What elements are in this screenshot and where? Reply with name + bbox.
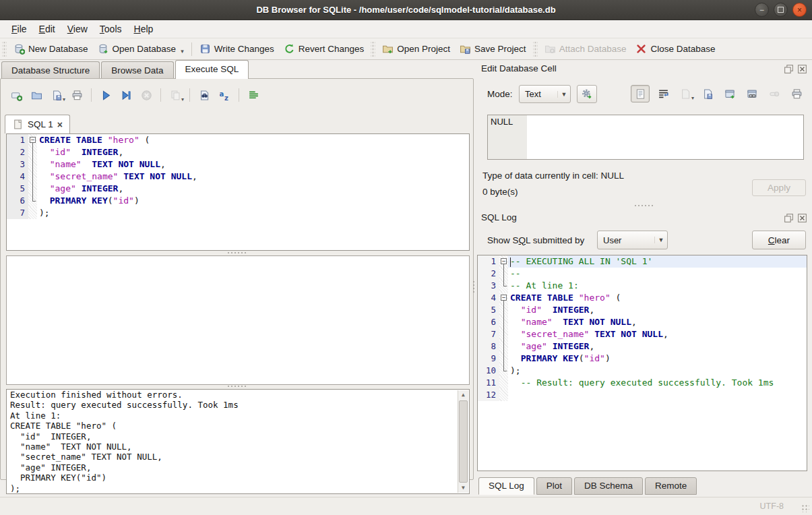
execution-messages[interactable]: Execution finished without errors.Result… [6,389,470,494]
toolbar-separator [189,88,190,102]
mode-label: Mode: [487,89,513,99]
find-button[interactable] [195,87,213,103]
tab-database-structure[interactable]: Database Structure [1,61,100,79]
bottom-tab-plot[interactable]: Plot [536,477,572,495]
scroll-thumb[interactable] [459,400,468,483]
bottom-tab-remote[interactable]: Remote [645,477,697,495]
code-line-3: 3 "name" TEXT NOT NULL, [7,158,469,171]
results-grid-empty[interactable] [6,255,470,385]
close-database-button[interactable]: Close Database [631,40,720,57]
title-bar[interactable]: DB Browser for SQLite - /home/user/code/… [0,0,812,20]
print-cell-icon [791,88,803,100]
toolbar-drag-handle[interactable] [2,42,7,57]
format-sql-button[interactable] [245,87,262,103]
menu-edit[interactable]: Edit [33,22,61,36]
text-mode-icon [635,88,646,100]
submitted-by-combo[interactable]: User ▼ [597,231,668,249]
splitter-grid-messages[interactable] [1,384,473,388]
open-project-button[interactable]: Open Project [377,40,455,57]
window-title: DB Browser for SQLite - /home/user/code/… [256,5,555,15]
toolbar-separator [239,88,239,102]
open-database-button[interactable]: Open Database▾ [93,40,189,57]
close-tab-icon[interactable]: × [57,119,63,130]
maximize-button[interactable] [774,3,788,17]
menu-tools[interactable]: Tools [94,22,128,36]
open-in-app-button[interactable] [721,86,739,102]
menu-help[interactable]: Help [128,22,160,36]
code-line-9: 9 PRIMARY KEY("id") [478,353,807,365]
code-line-7: 7); [7,207,469,219]
copy-link-icon [747,88,758,100]
sql-tab-label: SQL 1 [28,119,53,129]
print-cell-button[interactable] [788,86,805,102]
splitter-left-right[interactable] [472,278,475,295]
apply-button[interactable]: Apply [752,179,806,196]
encoding-indicator[interactable]: UTF-8 [760,502,784,511]
open-file-button[interactable] [28,87,45,103]
scroll-up-icon[interactable]: ▲ [458,390,468,400]
apply-settings-button[interactable] [577,85,597,103]
code-line-7: 7 "secret_name" TEXT NOT NULL, [478,328,807,340]
stop-button[interactable] [137,87,155,103]
app-window: DB Browser for SQLite - /home/user/code/… [0,0,812,515]
float-dock-icon[interactable] [783,63,794,75]
sql-log-view[interactable]: 1−-- EXECUTING ALL IN 'SQL 1'2--3-- At l… [477,255,807,471]
copy-link-button[interactable] [743,86,761,102]
word-wrap-button[interactable] [654,86,672,102]
print-button[interactable] [68,87,86,103]
close-dock-icon[interactable] [797,63,808,75]
result-line: "age" INTEGER, [7,462,469,473]
save-project-button[interactable]: Save Project [455,40,531,57]
bottom-tab-sql-log[interactable]: SQL Log [478,477,534,495]
chevron-down-icon: ▼ [557,91,570,98]
code-line-2: 2-- [478,268,807,280]
cell-editor[interactable]: NULL [487,115,804,160]
code-line-2: 2 "id" INTEGER, [7,146,469,158]
bottom-tab-db-schema[interactable]: DB Schema [574,477,643,495]
results-scrollbar[interactable]: ▲ ▼ [458,390,468,493]
toolbar-drag-handle[interactable] [533,42,538,57]
toolbar-drag-handle[interactable] [371,42,375,57]
splitter-editor-results[interactable] [1,250,473,255]
new-tab-button[interactable] [7,87,25,103]
edit-cell-dock-title: Edit Database Cell [481,63,557,73]
close-button[interactable]: × [792,3,807,17]
auto-complete-button[interactable]: az [216,87,233,103]
clear-button[interactable]: Clear [752,231,806,249]
scroll-down-icon[interactable]: ▼ [458,483,468,493]
open-in-app-icon [724,88,736,100]
result-line: At line 1: [7,411,469,421]
sql-editor[interactable]: 1−CREATE TABLE "hero" (2 "id" INTEGER,3 … [6,133,470,251]
tab-browse-data[interactable]: Browse Data [101,61,173,79]
close-dock-icon[interactable] [797,212,808,224]
text-mode-button[interactable] [631,85,650,102]
cell-size-info: 0 byte(s) [482,187,518,197]
attach-database-button[interactable]: Attach Database [540,40,631,57]
execute-all-button[interactable] [97,87,115,103]
code-line-6: 6 "name" TEXT NOT NULL, [478,316,807,328]
stop-icon [141,90,152,101]
write-changes-button[interactable]: Write Changes [195,40,279,57]
export-cell-icon [702,88,714,100]
save-file-button[interactable]: ▾ [48,87,65,103]
new-database-button[interactable]: New Database [9,40,93,57]
export-cell-button[interactable] [699,86,716,102]
word-wrap-icon [658,88,669,100]
mode-combo[interactable]: Text ▼ [519,85,571,103]
import-cell-button[interactable]: ▾ [677,86,694,102]
cell-editor-area[interactable] [527,115,803,159]
tab-execute-sql[interactable]: Execute SQL [175,60,249,79]
project-open-icon [382,43,394,55]
tab-sql-1[interactable]: SQL 1 × [5,115,70,133]
menu-file[interactable]: File [5,22,33,36]
menu-view[interactable]: View [61,22,94,36]
splitter-cell-log[interactable] [476,203,812,208]
execute-line-button[interactable] [117,87,135,103]
float-dock-icon[interactable] [783,212,794,224]
paste-disabled-button[interactable]: ▾ [166,87,184,103]
result-line: ); [7,483,469,493]
resize-grip[interactable] [801,504,809,512]
set-null-button[interactable] [766,86,783,102]
minimize-button[interactable]: − [755,3,769,17]
revert-changes-button[interactable]: Revert Changes [279,40,369,57]
